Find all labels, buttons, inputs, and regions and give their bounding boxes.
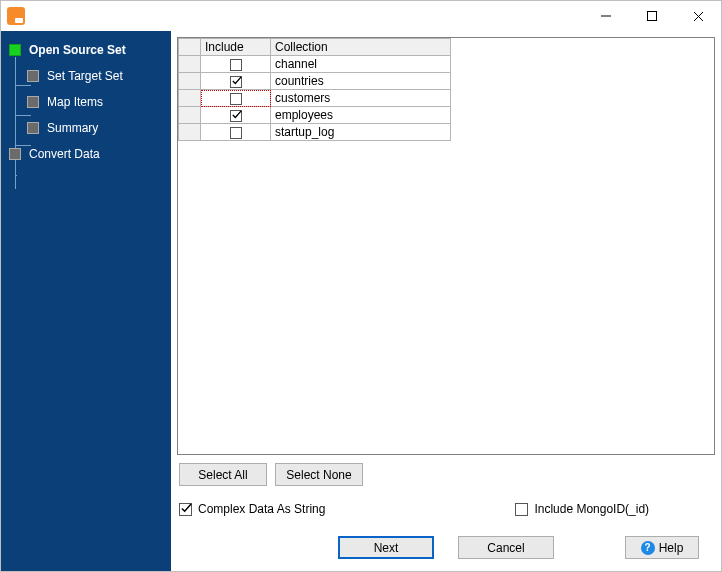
minimize-icon [601,11,611,21]
complex-data-checkbox[interactable] [179,503,192,516]
collection-cell[interactable]: employees [271,107,451,124]
include-cell[interactable] [201,73,271,90]
collection-table-wrap: Include Collection channelcountriescusto… [177,37,715,455]
collection-header[interactable]: Collection [271,39,451,56]
include-cell[interactable] [201,90,271,107]
row-header[interactable] [179,56,201,73]
select-none-button[interactable]: Select None [275,463,363,486]
include-cell[interactable] [201,56,271,73]
wizard-step-open-source-set[interactable]: Open Source Set [5,37,165,63]
help-button[interactable]: ? Help [625,536,699,559]
include-checkbox[interactable] [230,76,242,88]
collection-cell[interactable]: startup_log [271,124,451,141]
wizard-sidebar: Open Source SetSet Target SetMap ItemsSu… [1,31,171,571]
app-icon [7,7,25,25]
row-header[interactable] [179,90,201,107]
include-header[interactable]: Include [201,39,271,56]
window-controls [583,1,721,31]
next-button[interactable]: Next [338,536,434,559]
titlebar [1,1,721,31]
complex-data-label: Complex Data As String [198,502,325,516]
row-header[interactable] [179,73,201,90]
step-marker-icon [27,70,39,82]
include-checkbox[interactable] [230,110,242,122]
include-checkbox[interactable] [230,93,242,105]
table-row[interactable]: employees [179,107,451,124]
step-label: Map Items [47,95,103,109]
wizard-step-convert-data[interactable]: Convert Data [5,141,165,167]
include-mongoid-label: Include MongoID(_id) [534,502,649,516]
wizard-step-map-items[interactable]: Map Items [23,89,165,115]
row-header[interactable] [179,124,201,141]
collection-cell[interactable]: countries [271,73,451,90]
step-marker-icon [27,122,39,134]
table-row[interactable]: customers [179,90,451,107]
step-label: Summary [47,121,98,135]
table-row[interactable]: startup_log [179,124,451,141]
step-marker-icon [27,96,39,108]
minimize-button[interactable] [583,1,629,31]
collection-cell[interactable]: customers [271,90,451,107]
corner-header [179,39,201,56]
select-all-button[interactable]: Select All [179,463,267,486]
close-button[interactable] [675,1,721,31]
cancel-button[interactable]: Cancel [458,536,554,559]
step-marker-icon [9,44,21,56]
step-marker-icon [9,148,21,160]
step-label: Open Source Set [29,43,126,57]
collection-table: Include Collection channelcountriescusto… [178,38,451,141]
svg-rect-1 [648,12,657,21]
row-header[interactable] [179,107,201,124]
table-row[interactable]: countries [179,73,451,90]
wizard-step-summary[interactable]: Summary [23,115,165,141]
wizard-step-set-target-set[interactable]: Set Target Set [23,63,165,89]
step-label: Set Target Set [47,69,123,83]
close-icon [693,11,704,22]
include-checkbox[interactable] [230,127,242,139]
include-checkbox[interactable] [230,59,242,71]
include-cell[interactable] [201,107,271,124]
table-row[interactable]: channel [179,56,451,73]
include-mongoid-checkbox[interactable] [515,503,528,516]
include-cell[interactable] [201,124,271,141]
help-icon: ? [641,541,655,555]
maximize-button[interactable] [629,1,675,31]
main-panel: Include Collection channelcountriescusto… [171,31,721,571]
maximize-icon [647,11,657,21]
collection-cell[interactable]: channel [271,56,451,73]
app-window: Open Source SetSet Target SetMap ItemsSu… [0,0,722,572]
step-label: Convert Data [29,147,100,161]
help-label: Help [659,541,684,555]
